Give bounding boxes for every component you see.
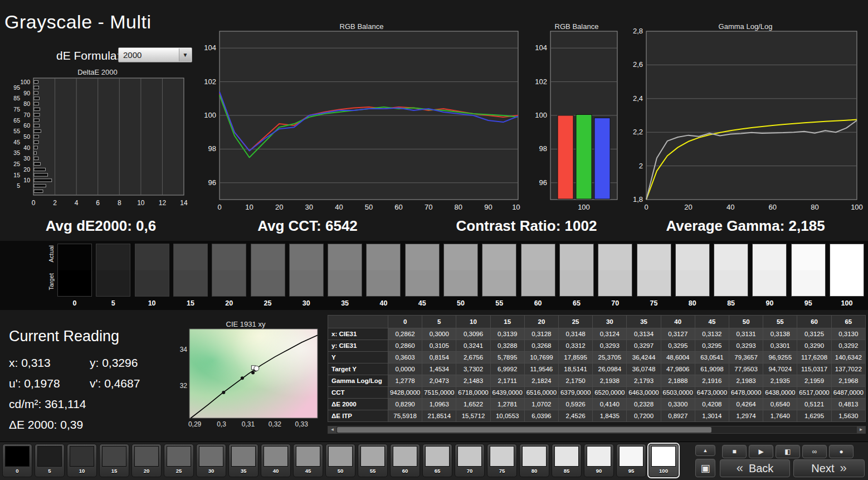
patch-button-30[interactable]: 30 [196,444,226,477]
table-col-header-45[interactable]: 45 [695,316,729,328]
patch-button-50[interactable]: 50 [325,444,355,477]
patch-button-40[interactable]: 40 [261,444,291,477]
scroll-right-icon[interactable]: ► [857,426,865,433]
table-col-header-5[interactable]: 5 [422,316,456,328]
patch-button-15[interactable]: 15 [99,444,129,477]
table-col-header-55[interactable]: 55 [763,316,797,328]
scrollbar-track[interactable] [337,426,857,433]
table-cell: 6473,0000 [695,387,729,399]
avg-cct-stat: Avg CCT: 6542 [257,217,358,235]
target-half [792,270,825,297]
patch-swatch [651,446,676,467]
table-col-header-50[interactable]: 50 [729,316,763,328]
patch-button-5[interactable]: 5 [35,444,65,477]
play-button[interactable]: ▶ [749,445,773,458]
table-col-header-40[interactable]: 40 [661,316,695,328]
grayscale-swatch-45 [405,244,440,297]
scrollbar-thumb[interactable] [337,427,711,433]
patch-button-25[interactable]: 25 [164,444,194,477]
de-formula-dropdown[interactable]: 2000 ▼ [118,47,192,62]
svg-text:40: 40 [23,144,30,151]
table-cell: 0,3295 [695,340,729,352]
table-cell: 0,3241 [456,340,490,352]
patch-button-20[interactable]: 20 [131,444,162,477]
patch-button-label: 25 [176,468,182,474]
svg-text:55: 55 [13,128,20,134]
table-cell: 2,1793 [627,375,661,387]
table-col-header-60[interactable]: 60 [797,316,831,328]
table-cell: 0,3268 [524,340,558,352]
patch-button-70[interactable]: 70 [455,444,485,477]
svg-text:102: 102 [204,77,216,86]
target-half [212,270,246,297]
table-col-header-10[interactable]: 10 [456,316,490,328]
back-button[interactable]: « Back [720,459,790,477]
patch-button-65[interactable]: 65 [422,444,452,477]
table-cell: 2,1938 [593,375,627,387]
actual-half [367,244,400,270]
patch-button-10[interactable]: 10 [67,444,97,477]
target-marker-circle [254,366,259,371]
table-col-header-65[interactable]: 65 [831,316,865,328]
chevron-up-button[interactable]: ▲ [695,445,715,456]
table-col-header-30[interactable]: 30 [593,316,627,328]
swatch-label-35: 35 [328,299,362,307]
target-half [58,270,91,297]
record-button[interactable]: ● [829,445,854,458]
svg-text:100: 100 [535,111,547,119]
patch-button-35[interactable]: 35 [228,444,259,477]
patch-button-95[interactable]: 95 [616,444,646,477]
patch-swatch [5,446,30,467]
svg-text:12: 12 [159,199,167,207]
patch-button-0[interactable]: 0 [2,444,32,477]
pattern-button[interactable]: ◧ [776,445,800,458]
patch-button-80[interactable]: 80 [519,444,549,477]
table-col-header-20[interactable]: 20 [524,316,558,328]
table-cell: 6718,0000 [456,387,490,399]
table-cell: 11,9546 [524,363,558,375]
patch-window-button[interactable]: ▣ [695,459,715,477]
next-button[interactable]: Next » [793,459,865,477]
swatch-label-10: 10 [135,299,169,307]
patch-button-90[interactable]: 90 [584,444,614,477]
svg-text:50: 50 [365,203,373,211]
swatch-label-30: 30 [289,299,324,307]
patch-button-45[interactable]: 45 [293,444,323,477]
deltae-chart: 0246810121451015202530354045505560657075… [6,76,195,215]
table-cell: 10,0553 [490,410,524,422]
table-col-header-15[interactable]: 15 [490,316,524,328]
patch-button-55[interactable]: 55 [358,444,388,477]
table-cell: 25,3705 [593,352,627,363]
patch-button-75[interactable]: 75 [487,444,517,477]
patch-button-60[interactable]: 60 [390,444,420,477]
patch-button-85[interactable]: 85 [552,444,582,477]
patch-swatch [37,446,62,467]
patch-swatch [457,446,482,467]
grayscale-swatch-55 [482,244,516,297]
actual-half [174,244,207,270]
measured-point [251,371,255,375]
loop-button[interactable]: ∞ [802,445,827,458]
svg-text:45: 45 [13,139,20,146]
table-cell: 0,6540 [763,399,797,410]
swatch-label-55: 55 [482,299,516,307]
table-row-label: Target Y [328,363,388,375]
table-scrollbar[interactable]: ◄ ► [328,426,866,434]
table-cell: 1,0963 [422,399,456,410]
stop-button[interactable]: ■ [722,445,747,458]
table-col-header-0[interactable]: 0 [388,316,422,328]
table-cell: 6478,0000 [729,387,763,399]
back-button-label: Back [749,462,773,475]
svg-text:104: 104 [535,43,547,52]
svg-text:2,6: 2,6 [633,60,643,69]
scroll-left-icon[interactable]: ◄ [328,426,337,433]
patch-button-label: 55 [370,468,376,474]
table-cell: 0,2862 [388,328,422,340]
table-col-header-25[interactable]: 25 [559,316,593,328]
table-cell: 0,4264 [729,399,763,410]
table-cell: 1,6522 [456,399,490,410]
measured-point [241,376,244,380]
patch-button-100[interactable]: 100 [648,444,679,477]
table-row-label: Gamma Log/Log [328,375,388,387]
table-col-header-35[interactable]: 35 [627,316,661,328]
